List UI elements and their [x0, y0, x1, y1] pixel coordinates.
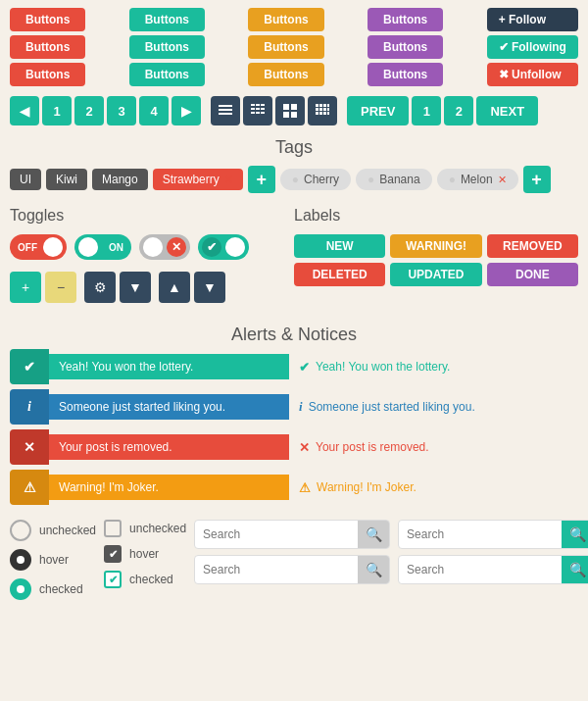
svg-rect-12: [283, 104, 289, 110]
toggle-off-label: OFF: [14, 242, 37, 253]
tags-row-1: UI Kiwi Mango Strawberry ✕ + ● Cherry ● …: [0, 162, 588, 197]
list-view-btn-2[interactable]: [243, 96, 272, 125]
plus-btn[interactable]: +: [10, 272, 41, 303]
alert-success-icon-box: ✔: [10, 349, 49, 384]
grid-view-btn-2[interactable]: [308, 96, 337, 125]
prev-btn[interactable]: PREV: [347, 96, 409, 125]
alert-warning-full: ⚠ Warning! I'm Joker.: [10, 470, 289, 505]
page-4-btn[interactable]: 4: [139, 96, 169, 125]
svg-rect-10: [256, 112, 260, 114]
purple-buttons-col: Buttons Buttons Buttons: [368, 8, 443, 86]
green-btn-2[interactable]: Buttons: [129, 35, 205, 59]
tag-strawberry[interactable]: Strawberry ✕: [153, 169, 243, 190]
toggle-error[interactable]: ✕: [139, 234, 190, 260]
search-box-1: 🔍: [194, 520, 390, 549]
tag-mango[interactable]: Mango: [92, 169, 148, 190]
search-input-2[interactable]: [195, 563, 358, 576]
search-input-3[interactable]: [399, 527, 562, 541]
sq-checked[interactable]: ✔: [104, 571, 122, 588]
prev-arrow-btn[interactable]: ◀: [10, 96, 39, 125]
orange-btn-2[interactable]: Buttons: [248, 35, 323, 59]
settings-btn[interactable]: ⚙: [84, 272, 116, 303]
red-btn-2[interactable]: Buttons: [10, 35, 85, 59]
radio-checked[interactable]: [10, 578, 31, 600]
orange-btn-1[interactable]: Buttons: [248, 8, 323, 31]
toggle-check[interactable]: ✔: [198, 234, 249, 260]
svg-rect-24: [316, 112, 318, 115]
following-button[interactable]: ✔ Following: [487, 35, 578, 59]
purple-btn-3[interactable]: Buttons: [368, 63, 443, 86]
tag-add-btn-2[interactable]: +: [523, 166, 551, 193]
follow-button[interactable]: + Follow: [487, 8, 578, 31]
red-btn-3[interactable]: Buttons: [10, 63, 85, 86]
sq-checked-check: ✔: [109, 574, 118, 586]
list-view-btn-1[interactable]: [211, 96, 240, 125]
page-2-btn[interactable]: 2: [74, 96, 104, 125]
tag-banana[interactable]: ● Banana: [356, 169, 432, 190]
grid-view-btn-1[interactable]: [275, 96, 305, 125]
page-num-1[interactable]: 1: [412, 96, 441, 125]
next-btn[interactable]: NEXT: [476, 96, 538, 125]
prev-next-group: PREV 1 2 NEXT: [347, 96, 538, 125]
alert-warning-icon-box: ⚠: [10, 470, 49, 505]
tag-add-btn-1[interactable]: +: [248, 166, 275, 193]
alert-success-full: ✔ Yeah! You won the lottery.: [10, 349, 289, 384]
search-box-4: 🔍: [398, 555, 588, 584]
search-input-4[interactable]: [399, 563, 562, 576]
unfollow-button[interactable]: ✖ Unfollow: [487, 63, 578, 86]
toggles-col: Toggles OFF ON ✕ ✔: [10, 203, 294, 309]
next-arrow-btn[interactable]: ▶: [172, 96, 201, 125]
green-btn-3[interactable]: Buttons: [129, 63, 205, 86]
search-btn-4[interactable]: 🔍: [562, 555, 588, 584]
page-3-btn[interactable]: 3: [107, 96, 136, 125]
search-box-3: 🔍: [398, 520, 588, 549]
tag-cherry[interactable]: ● Cherry: [280, 169, 351, 190]
search-btn-2[interactable]: 🔍: [358, 555, 389, 584]
up-down-group: ▲ ▼: [159, 272, 225, 303]
inline-danger-icon: ✕: [299, 440, 310, 455]
label-warning: WARNING!: [390, 234, 481, 258]
tag-melon-remove[interactable]: ✕: [498, 174, 507, 186]
alert-info-full: i Someone just started liking you.: [10, 389, 289, 425]
sq-unchecked-label: unchecked: [129, 522, 186, 535]
dropdown-btn[interactable]: ▼: [120, 272, 151, 303]
tag-melon[interactable]: ● Melon ✕: [437, 169, 518, 190]
tag-kiwi[interactable]: Kiwi: [46, 169, 87, 190]
up-btn[interactable]: ▲: [159, 272, 190, 303]
radio-hover[interactable]: [10, 549, 31, 571]
checkmark-icon: ✔: [24, 359, 35, 375]
red-btn-1[interactable]: Buttons: [10, 8, 85, 31]
down-btn[interactable]: ▼: [194, 272, 225, 303]
search-btn-1[interactable]: 🔍: [358, 520, 389, 549]
toggle-off[interactable]: OFF: [10, 234, 67, 260]
svg-rect-25: [319, 112, 322, 115]
radio-unchecked[interactable]: [10, 520, 31, 541]
svg-rect-0: [219, 105, 232, 107]
green-btn-1[interactable]: Buttons: [129, 8, 205, 31]
sq-hover[interactable]: ✔: [104, 545, 122, 563]
tag-ui[interactable]: UI: [10, 169, 41, 190]
tag-strawberry-remove[interactable]: ✕: [224, 174, 233, 186]
alert-info-row: i Someone just started liking you. i Som…: [10, 389, 578, 425]
alert-danger-icon-box: ✕: [10, 429, 49, 465]
orange-btn-3[interactable]: Buttons: [248, 63, 323, 86]
inline-danger-text: Your post is removed.: [316, 440, 429, 454]
search-input-1[interactable]: [195, 527, 358, 541]
pagination-arrows: ◀ 1 2 3 4 ▶: [10, 96, 201, 125]
page-1-btn[interactable]: 1: [42, 96, 72, 125]
label-new: NEW: [294, 234, 385, 258]
alert-warning-inline: ⚠ Warning! I'm Joker.: [299, 470, 578, 505]
purple-btn-1[interactable]: Buttons: [368, 8, 443, 31]
sq-hover-label: hover: [129, 547, 159, 561]
alert-info-text: Someone just started liking you.: [49, 394, 289, 420]
toggle-on[interactable]: ON: [74, 234, 131, 260]
toggles-labels-row: Toggles OFF ON ✕ ✔: [0, 197, 588, 315]
page-num-2[interactable]: 2: [444, 96, 473, 125]
radio-hover-dot: [17, 556, 24, 564]
radio-hover-label: hover: [39, 553, 69, 567]
minus-btn[interactable]: −: [45, 272, 76, 303]
sq-unchecked[interactable]: [104, 520, 122, 537]
svg-rect-16: [316, 104, 318, 107]
search-btn-3[interactable]: 🔍: [562, 520, 588, 549]
purple-btn-2[interactable]: Buttons: [368, 35, 443, 59]
